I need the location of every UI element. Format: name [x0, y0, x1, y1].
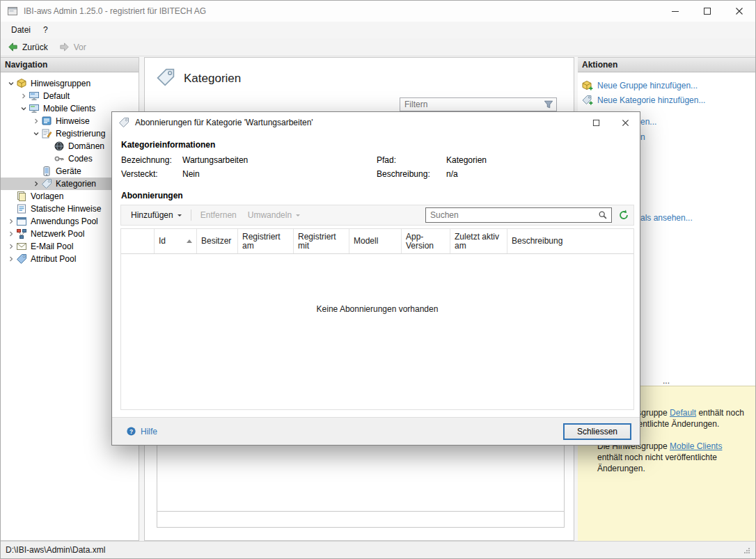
- toolbar-separator: [191, 210, 191, 221]
- empty-table-message: Keine Abonnierungen vorhanden: [121, 304, 633, 314]
- column-header-besitzer[interactable]: Besitzer: [197, 229, 238, 253]
- chevron-right-icon[interactable]: [6, 254, 16, 264]
- notice-link-default[interactable]: Default: [670, 408, 696, 418]
- chevron-right-icon[interactable]: [31, 116, 41, 126]
- tree-item-hinweisgruppen[interactable]: Hinweisgruppen: [1, 77, 139, 90]
- expander-placeholder: [6, 204, 16, 214]
- navigation-header: Navigation: [1, 58, 139, 72]
- action-link-fragment[interactable]: n: [640, 132, 645, 143]
- forward-button[interactable]: Vor: [59, 42, 86, 52]
- maximize-button[interactable]: [691, 1, 723, 22]
- column-header-beschreibung[interactable]: Beschreibung: [507, 229, 633, 253]
- chevron-right-icon[interactable]: [6, 229, 16, 239]
- chevron-right-icon[interactable]: [31, 179, 41, 189]
- dialog-body: Kategorieinformationen Bezeichnung: Wart…: [112, 133, 640, 417]
- kategorien-page-icon: [156, 68, 175, 89]
- resize-grip-icon[interactable]: [742, 546, 750, 554]
- tree-item-default[interactable]: Default: [1, 90, 139, 102]
- subscriptions-toolbar: Hinzufügen Entfernen Umwandeln: [120, 205, 634, 226]
- app-window: IBI-aws Admin 1.25.0 - registriert für I…: [0, 0, 756, 559]
- add-group-icon: [582, 80, 593, 91]
- codes-key-icon: [54, 153, 65, 164]
- menu-datei[interactable]: Datei: [5, 23, 37, 37]
- column-header-registriert-mit[interactable]: Registriert mit: [294, 229, 349, 253]
- filter-input[interactable]: [400, 100, 544, 109]
- close-window-button[interactable]: [723, 1, 755, 22]
- netzwerk-pool-icon: [16, 228, 27, 239]
- action-add-group[interactable]: Neue Gruppe hinzufügen...: [582, 78, 755, 93]
- dialog-close-button[interactable]: [611, 112, 640, 133]
- menu-help[interactable]: ?: [37, 23, 54, 37]
- dropdown-caret-icon: [296, 214, 300, 219]
- dialog-footer: ? Hilfe Schliessen: [112, 417, 640, 445]
- dialog-maximize-button[interactable]: [581, 112, 611, 133]
- notice-link-mobile-clients[interactable]: Mobile Clients: [670, 441, 722, 451]
- table-body: Keine Abonnierungen vorhanden: [121, 254, 633, 409]
- back-button[interactable]: Zurück: [8, 42, 48, 52]
- chevron-down-icon[interactable]: [6, 79, 16, 88]
- tree-item-label: Domänen: [68, 141, 104, 151]
- dropdown-caret-icon: [178, 214, 182, 219]
- help-link[interactable]: ? Hilfe: [126, 426, 157, 436]
- table-header-row: Id Besitzer Registriert am Registriert m…: [121, 229, 633, 254]
- action-label: Neue Gruppe hinzufügen...: [597, 81, 698, 90]
- action-link-fragment[interactable]: en...: [640, 116, 656, 127]
- umwandeln-label: Umwandeln: [248, 210, 292, 220]
- chevron-down-icon[interactable]: [31, 129, 41, 139]
- tree-item-label: Geräte: [56, 166, 81, 176]
- help-icon: ?: [126, 426, 136, 436]
- menubar: Datei ?: [1, 22, 755, 38]
- sort-ascending-icon: [187, 237, 192, 243]
- titlebar: IBI-aws Admin 1.25.0 - registriert für I…: [1, 1, 755, 22]
- category-info-grid: Bezeichnung: Wartungsarbeiten Pfad: Kate…: [121, 155, 634, 180]
- column-header-registriert-am[interactable]: Registriert am: [238, 229, 294, 253]
- column-label: Id: [159, 237, 166, 246]
- chevron-down-icon[interactable]: [19, 104, 29, 113]
- action-text-fragment: ...: [663, 375, 670, 386]
- anwendungs-pool-icon: [16, 216, 27, 227]
- statische-hinweise-icon: [16, 203, 27, 214]
- dialog-title: Abonnierungen für Kategorie 'Wartungsarb…: [135, 118, 313, 127]
- search-input[interactable]: [426, 210, 598, 220]
- filter-funnel-icon[interactable]: [544, 100, 553, 109]
- client-group-icon: [29, 103, 40, 114]
- chevron-right-icon[interactable]: [6, 216, 16, 226]
- column-header-app-version[interactable]: App-Version: [402, 229, 450, 253]
- tree-item-label: Default: [43, 91, 70, 101]
- tree-item-label: Codes: [68, 154, 93, 164]
- domaenen-globe-icon: [54, 141, 65, 152]
- versteckt-value: Nein: [182, 169, 377, 180]
- registrierung-icon: [41, 128, 52, 139]
- help-label: Hilfe: [141, 427, 157, 436]
- column-header-id[interactable]: Id: [155, 229, 197, 253]
- chevron-right-icon[interactable]: [6, 242, 16, 251]
- column-header-zuletzt-aktiv[interactable]: Zuletzt aktiv am: [450, 229, 507, 253]
- entfernen-button[interactable]: Entfernen: [195, 207, 242, 223]
- schliessen-button[interactable]: Schliessen: [563, 423, 631, 440]
- tree-item-label: E-Mail Pool: [31, 242, 73, 251]
- beschreibung-label: Beschreibung:: [377, 169, 446, 180]
- refresh-icon: [618, 210, 629, 221]
- pfad-label: Pfad:: [377, 155, 446, 166]
- minimize-button[interactable]: [659, 1, 691, 22]
- subscriptions-table: Id Besitzer Registriert am Registriert m…: [120, 228, 634, 410]
- column-header-modell[interactable]: Modell: [349, 229, 402, 253]
- refresh-button[interactable]: [618, 210, 629, 221]
- attribut-pool-icon: [16, 253, 27, 265]
- tree-item-label: Registrierung: [56, 129, 105, 139]
- column-header-blank[interactable]: [121, 229, 155, 253]
- tree-item-label: Vorlagen: [31, 191, 63, 201]
- page-title: Kategorien: [184, 72, 241, 86]
- notice-text: enthält noch nicht veröffentlichte Änder…: [597, 452, 717, 473]
- search-icon[interactable]: [598, 210, 608, 220]
- list-divider: [157, 511, 564, 512]
- back-arrow-icon: [8, 42, 18, 52]
- bezeichnung-label: Bezeichnung:: [121, 155, 182, 166]
- actions-header: Aktionen: [578, 58, 755, 72]
- hinzufuegen-button[interactable]: Hinzufügen: [125, 207, 187, 223]
- section-kategorieinformationen: Kategorieinformationen: [121, 140, 634, 150]
- umwandeln-button[interactable]: Umwandeln: [242, 207, 306, 223]
- action-add-category[interactable]: Neue Kategorie hinzufügen...: [582, 93, 755, 107]
- chevron-right-icon[interactable]: [19, 91, 29, 101]
- action-link-fragment[interactable]: als ansehen...: [640, 212, 693, 223]
